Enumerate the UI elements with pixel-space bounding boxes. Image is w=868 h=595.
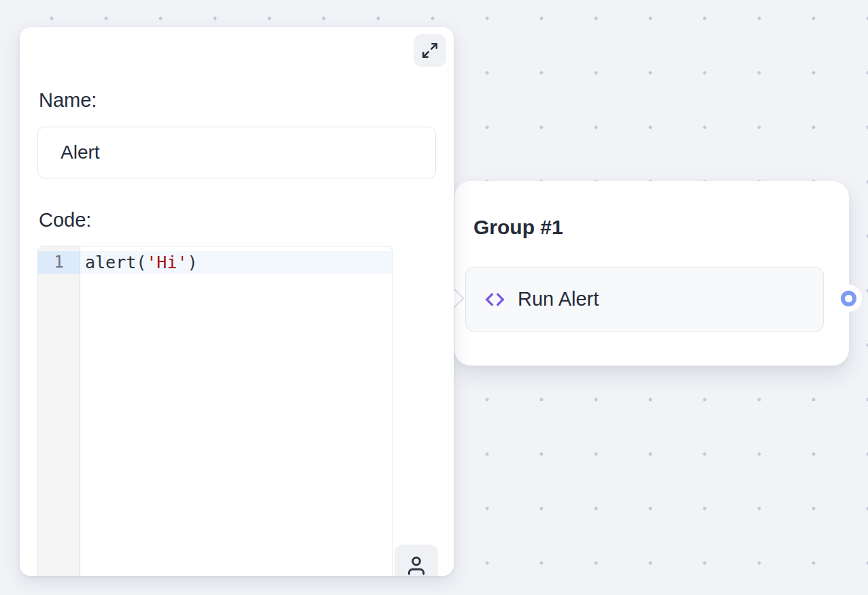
user-icon [405,555,427,576]
code-token-plain: alert( [85,253,146,272]
code-label: Code: [39,206,91,234]
code-line[interactable]: 1 alert('Hi') [38,251,392,274]
node-label: Run Alert [518,288,599,310]
code-icon [482,289,507,310]
code-content: alert('Hi') [80,251,392,274]
code-editor[interactable]: 1 alert('Hi') [37,246,393,576]
node-detail-panel: Name: Code: 1 alert('Hi') [20,27,454,576]
group-title: Group #1 [473,214,563,240]
run-alert-node[interactable]: Run Alert [465,267,824,332]
name-input[interactable] [37,127,436,178]
name-label: Name: [39,86,97,114]
flow-canvas[interactable]: Group #1 Run Alert [0,0,868,595]
editor-gutter [38,246,80,576]
code-token-plain: ) [188,253,198,272]
code-token-string: 'Hi' [146,253,187,272]
user-button[interactable] [395,545,438,576]
line-number: 1 [38,251,80,274]
output-handle-ring [841,291,856,306]
output-connection-handle[interactable] [835,285,862,312]
expand-button[interactable] [414,34,446,67]
maximize-icon [421,42,439,59]
group-card[interactable]: Group #1 Run Alert [454,181,849,366]
